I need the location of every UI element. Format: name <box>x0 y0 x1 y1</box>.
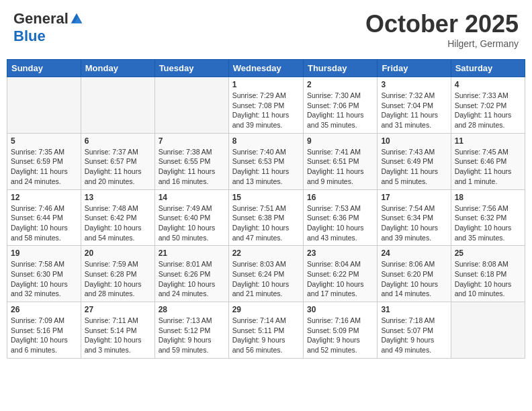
calendar-cell: 22Sunrise: 8:03 AM Sunset: 6:24 PM Dayli… <box>228 246 303 302</box>
day-info: Sunrise: 7:41 AM Sunset: 6:51 PM Dayligh… <box>307 147 373 187</box>
title-area: October 2025 Hilgert, Germany <box>365 10 519 49</box>
calendar-cell: 29Sunrise: 7:14 AM Sunset: 5:11 PM Dayli… <box>228 302 303 359</box>
day-number: 28 <box>159 305 225 314</box>
day-number: 14 <box>159 193 225 202</box>
weekday-header-sunday: Sunday <box>7 60 81 77</box>
logo-general-text: General <box>13 10 69 28</box>
calendar-cell: 27Sunrise: 7:11 AM Sunset: 5:14 PM Dayli… <box>81 302 154 359</box>
calendar-cell: 19Sunrise: 7:58 AM Sunset: 6:30 PM Dayli… <box>7 246 81 302</box>
weekday-header-thursday: Thursday <box>303 60 377 77</box>
calendar-cell: 8Sunrise: 7:40 AM Sunset: 6:53 PM Daylig… <box>228 133 303 189</box>
day-info: Sunrise: 7:43 AM Sunset: 6:49 PM Dayligh… <box>381 147 447 187</box>
calendar-cell: 28Sunrise: 7:13 AM Sunset: 5:12 PM Dayli… <box>154 302 228 359</box>
calendar-table: SundayMondayTuesdayWednesdayThursdayFrid… <box>7 59 525 359</box>
day-number: 31 <box>381 305 447 314</box>
calendar-cell: 17Sunrise: 7:54 AM Sunset: 6:34 PM Dayli… <box>378 189 451 246</box>
calendar-cell: 3Sunrise: 7:32 AM Sunset: 7:04 PM Daylig… <box>378 77 451 134</box>
calendar-cell: 4Sunrise: 7:33 AM Sunset: 7:02 PM Daylig… <box>451 77 525 134</box>
day-info: Sunrise: 7:18 AM Sunset: 5:07 PM Dayligh… <box>381 316 447 355</box>
day-number: 2 <box>307 80 373 89</box>
calendar-cell: 16Sunrise: 7:53 AM Sunset: 6:36 PM Dayli… <box>303 189 377 246</box>
weekday-header-saturday: Saturday <box>451 60 525 77</box>
calendar-cell: 13Sunrise: 7:48 AM Sunset: 6:42 PM Dayli… <box>81 189 154 246</box>
day-number: 30 <box>307 305 373 314</box>
day-number: 4 <box>455 80 521 89</box>
day-number: 19 <box>11 248 77 258</box>
day-number: 1 <box>232 80 300 89</box>
calendar-cell <box>154 77 228 134</box>
day-info: Sunrise: 7:40 AM Sunset: 6:53 PM Dayligh… <box>232 147 300 187</box>
calendar-cell: 1Sunrise: 7:29 AM Sunset: 7:08 PM Daylig… <box>228 77 303 134</box>
calendar-cell: 24Sunrise: 8:06 AM Sunset: 6:20 PM Dayli… <box>378 246 451 302</box>
day-info: Sunrise: 7:38 AM Sunset: 6:55 PM Dayligh… <box>159 147 225 187</box>
page-header: General Blue October 2025 Hilgert, Germa… <box>7 7 525 52</box>
day-info: Sunrise: 8:06 AM Sunset: 6:20 PM Dayligh… <box>381 259 447 299</box>
day-number: 27 <box>85 305 151 314</box>
calendar-cell: 6Sunrise: 7:37 AM Sunset: 6:57 PM Daylig… <box>81 133 154 189</box>
day-number: 15 <box>232 193 300 202</box>
day-number: 9 <box>307 136 373 146</box>
day-info: Sunrise: 7:11 AM Sunset: 5:14 PM Dayligh… <box>85 316 151 355</box>
logo-icon <box>70 12 83 26</box>
calendar-week-row: 12Sunrise: 7:46 AM Sunset: 6:44 PM Dayli… <box>7 189 525 246</box>
calendar-cell: 25Sunrise: 8:08 AM Sunset: 6:18 PM Dayli… <box>451 246 525 302</box>
day-info: Sunrise: 7:48 AM Sunset: 6:42 PM Dayligh… <box>85 203 151 243</box>
day-info: Sunrise: 7:13 AM Sunset: 5:12 PM Dayligh… <box>159 316 225 355</box>
calendar-cell: 9Sunrise: 7:41 AM Sunset: 6:51 PM Daylig… <box>303 133 377 189</box>
day-number: 20 <box>85 248 151 258</box>
weekday-header-monday: Monday <box>81 60 154 77</box>
day-info: Sunrise: 7:59 AM Sunset: 6:28 PM Dayligh… <box>85 259 151 299</box>
day-info: Sunrise: 7:16 AM Sunset: 5:09 PM Dayligh… <box>307 316 373 355</box>
day-number: 26 <box>11 305 77 314</box>
day-number: 16 <box>307 193 373 202</box>
day-info: Sunrise: 8:08 AM Sunset: 6:18 PM Dayligh… <box>455 259 521 299</box>
day-number: 17 <box>381 193 447 202</box>
calendar-week-row: 19Sunrise: 7:58 AM Sunset: 6:30 PM Dayli… <box>7 246 525 302</box>
day-info: Sunrise: 7:37 AM Sunset: 6:57 PM Dayligh… <box>85 147 151 187</box>
calendar-cell: 20Sunrise: 7:59 AM Sunset: 6:28 PM Dayli… <box>81 246 154 302</box>
day-number: 21 <box>159 248 225 258</box>
calendar-cell: 12Sunrise: 7:46 AM Sunset: 6:44 PM Dayli… <box>7 189 81 246</box>
calendar-cell: 14Sunrise: 7:49 AM Sunset: 6:40 PM Dayli… <box>154 189 228 246</box>
calendar-week-row: 1Sunrise: 7:29 AM Sunset: 7:08 PM Daylig… <box>7 77 525 134</box>
calendar-cell: 18Sunrise: 7:56 AM Sunset: 6:32 PM Dayli… <box>451 189 525 246</box>
day-info: Sunrise: 7:56 AM Sunset: 6:32 PM Dayligh… <box>455 203 521 243</box>
day-info: Sunrise: 7:58 AM Sunset: 6:30 PM Dayligh… <box>11 259 77 299</box>
day-number: 13 <box>85 193 151 202</box>
day-number: 10 <box>381 136 447 146</box>
day-info: Sunrise: 7:09 AM Sunset: 5:16 PM Dayligh… <box>11 316 77 355</box>
day-info: Sunrise: 7:54 AM Sunset: 6:34 PM Dayligh… <box>381 203 447 243</box>
day-number: 22 <box>232 248 300 258</box>
calendar-cell <box>81 77 154 134</box>
calendar-week-row: 26Sunrise: 7:09 AM Sunset: 5:16 PM Dayli… <box>7 302 525 359</box>
day-info: Sunrise: 7:35 AM Sunset: 6:59 PM Dayligh… <box>11 147 77 187</box>
day-number: 6 <box>85 136 151 146</box>
day-info: Sunrise: 7:33 AM Sunset: 7:02 PM Dayligh… <box>455 91 521 130</box>
day-number: 8 <box>232 136 300 146</box>
calendar-cell: 23Sunrise: 8:04 AM Sunset: 6:22 PM Dayli… <box>303 246 377 302</box>
logo-blue-text: Blue <box>13 28 46 45</box>
day-number: 24 <box>381 248 447 258</box>
weekday-header-tuesday: Tuesday <box>154 60 228 77</box>
day-number: 11 <box>455 136 521 146</box>
weekday-header-wednesday: Wednesday <box>228 60 303 77</box>
day-number: 7 <box>159 136 225 146</box>
day-info: Sunrise: 7:45 AM Sunset: 6:46 PM Dayligh… <box>455 147 521 187</box>
calendar-cell: 15Sunrise: 7:51 AM Sunset: 6:38 PM Dayli… <box>228 189 303 246</box>
calendar-cell: 7Sunrise: 7:38 AM Sunset: 6:55 PM Daylig… <box>154 133 228 189</box>
calendar-cell: 2Sunrise: 7:30 AM Sunset: 7:06 PM Daylig… <box>303 77 377 134</box>
calendar-cell: 21Sunrise: 8:01 AM Sunset: 6:26 PM Dayli… <box>154 246 228 302</box>
day-info: Sunrise: 7:14 AM Sunset: 5:11 PM Dayligh… <box>232 316 300 355</box>
location-text: Hilgert, Germany <box>365 38 519 49</box>
day-number: 12 <box>11 193 77 202</box>
calendar-cell <box>7 77 81 134</box>
day-number: 3 <box>381 80 447 89</box>
day-number: 23 <box>307 248 373 258</box>
calendar-cell <box>451 302 525 359</box>
day-number: 18 <box>455 193 521 202</box>
day-info: Sunrise: 8:03 AM Sunset: 6:24 PM Dayligh… <box>232 259 300 299</box>
weekday-header-friday: Friday <box>378 60 451 77</box>
day-info: Sunrise: 7:51 AM Sunset: 6:38 PM Dayligh… <box>232 203 300 243</box>
day-number: 29 <box>232 305 300 314</box>
month-title: October 2025 <box>365 10 519 38</box>
